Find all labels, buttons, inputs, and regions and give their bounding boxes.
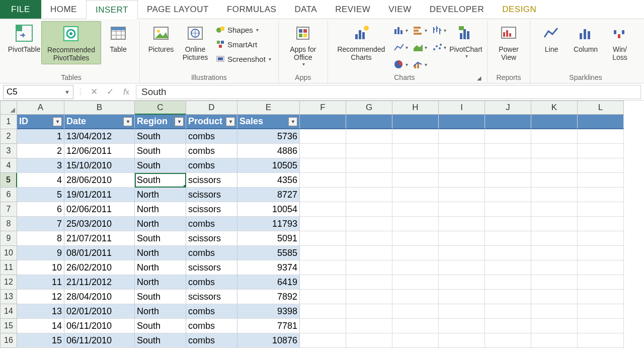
- cell-F2[interactable]: [300, 129, 346, 144]
- column-header-K[interactable]: K: [531, 101, 578, 115]
- cell-J11[interactable]: [485, 260, 531, 275]
- cell-K5[interactable]: [531, 173, 578, 188]
- cell-I2[interactable]: [439, 129, 485, 144]
- row-header[interactable]: 10: [0, 246, 17, 260]
- column-header-J[interactable]: J: [485, 101, 531, 115]
- cell-C4[interactable]: South: [135, 158, 186, 173]
- cell-C6[interactable]: North: [135, 188, 186, 202]
- cell-A8[interactable]: 7: [17, 217, 64, 231]
- cell-I12[interactable]: [439, 275, 485, 290]
- cell-J4[interactable]: [485, 158, 531, 173]
- row-header[interactable]: 11: [0, 260, 17, 275]
- cell-D16[interactable]: combs: [186, 333, 237, 348]
- accept-formula-button[interactable]: ✓: [104, 85, 117, 99]
- cell-D5[interactable]: scissors: [186, 173, 237, 188]
- cell-K8[interactable]: [531, 217, 578, 231]
- cell-E9[interactable]: 5091: [237, 231, 300, 246]
- cell-C1[interactable]: Region▾: [135, 115, 186, 129]
- shapes-button[interactable]: Shapes▾: [212, 23, 274, 36]
- select-all-corner[interactable]: [0, 101, 17, 115]
- cell-D7[interactable]: scissors: [186, 202, 237, 217]
- charts-dialog-launcher[interactable]: ◢: [477, 75, 483, 83]
- cell-E2[interactable]: 5736: [237, 129, 300, 144]
- cell-J14[interactable]: [485, 304, 531, 319]
- cell-H11[interactable]: [392, 260, 439, 275]
- cell-F14[interactable]: [300, 304, 346, 319]
- cell-F5[interactable]: [300, 173, 346, 188]
- cell-L14[interactable]: [578, 304, 624, 319]
- cell-G8[interactable]: [346, 217, 392, 231]
- cell-L16[interactable]: [578, 333, 624, 348]
- column-header-I[interactable]: I: [439, 101, 485, 115]
- cell-H3[interactable]: [392, 144, 439, 158]
- combo-chart-button[interactable]: ▾: [411, 56, 429, 72]
- cell-C5[interactable]: South: [135, 173, 186, 188]
- cell-D13[interactable]: scissors: [186, 290, 237, 304]
- cell-F9[interactable]: [300, 231, 346, 246]
- tab-review[interactable]: REVIEW: [326, 0, 379, 19]
- cell-A2[interactable]: 1: [17, 129, 64, 144]
- row-header[interactable]: 16: [0, 333, 17, 348]
- cell-F3[interactable]: [300, 144, 346, 158]
- pivottable-button[interactable]: PivotTable: [7, 21, 41, 55]
- cell-D15[interactable]: combs: [186, 319, 237, 333]
- line-chart-button[interactable]: ▾: [391, 39, 410, 55]
- column-header-F[interactable]: F: [300, 101, 346, 115]
- cell-C7[interactable]: North: [135, 202, 186, 217]
- cell-K9[interactable]: [531, 231, 578, 246]
- row-header[interactable]: 9: [0, 231, 17, 246]
- column-header-B[interactable]: B: [64, 101, 135, 115]
- cell-L6[interactable]: [578, 188, 624, 202]
- column-header-L[interactable]: L: [578, 101, 624, 115]
- online-pictures-button[interactable]: Online Pictures: [178, 21, 212, 63]
- row-header[interactable]: 14: [0, 304, 17, 319]
- cell-A10[interactable]: 9: [17, 246, 64, 260]
- cell-H6[interactable]: [392, 188, 439, 202]
- cell-B13[interactable]: 28/04/2010: [64, 290, 135, 304]
- cell-I11[interactable]: [439, 260, 485, 275]
- cell-E5[interactable]: 4356: [237, 173, 300, 188]
- cell-J2[interactable]: [485, 129, 531, 144]
- row-header[interactable]: 8: [0, 217, 17, 231]
- filter-dropdown-icon[interactable]: ▾: [175, 117, 184, 126]
- cell-B10[interactable]: 08/01/2011: [64, 246, 135, 260]
- cell-E4[interactable]: 10505: [237, 158, 300, 173]
- recommended-pivottables-button[interactable]: Recommended PivotTables: [41, 21, 101, 64]
- cell-C16[interactable]: South: [135, 333, 186, 348]
- cell-A11[interactable]: 10: [17, 260, 64, 275]
- cell-I4[interactable]: [439, 158, 485, 173]
- cell-L13[interactable]: [578, 290, 624, 304]
- cell-G6[interactable]: [346, 188, 392, 202]
- cell-D2[interactable]: combs: [186, 129, 237, 144]
- cell-K10[interactable]: [531, 246, 578, 260]
- cell-J15[interactable]: [485, 319, 531, 333]
- tab-data[interactable]: DATA: [285, 0, 326, 19]
- cell-D3[interactable]: combs: [186, 144, 237, 158]
- row-header[interactable]: 13: [0, 290, 17, 304]
- cell-J7[interactable]: [485, 202, 531, 217]
- cell-I7[interactable]: [439, 202, 485, 217]
- cell-E13[interactable]: 7892: [237, 290, 300, 304]
- cell-H7[interactable]: [392, 202, 439, 217]
- smartart-button[interactable]: SmartArt: [212, 38, 274, 51]
- cell-L3[interactable]: [578, 144, 624, 158]
- cell-J1[interactable]: [485, 115, 531, 129]
- cell-J6[interactable]: [485, 188, 531, 202]
- insert-function-button[interactable]: fx: [120, 85, 133, 99]
- cell-J10[interactable]: [485, 246, 531, 260]
- column-header-G[interactable]: G: [346, 101, 392, 115]
- cell-H16[interactable]: [392, 333, 439, 348]
- cell-F8[interactable]: [300, 217, 346, 231]
- cell-H10[interactable]: [392, 246, 439, 260]
- column-header-H[interactable]: H: [392, 101, 439, 115]
- bar-chart-button[interactable]: ▾: [411, 22, 429, 38]
- cell-A14[interactable]: 13: [17, 304, 64, 319]
- cell-E3[interactable]: 4886: [237, 144, 300, 158]
- cell-L5[interactable]: [578, 173, 624, 188]
- cell-B6[interactable]: 19/01/2011: [64, 188, 135, 202]
- cell-A4[interactable]: 3: [17, 158, 64, 173]
- cell-B8[interactable]: 25/03/2010: [64, 217, 135, 231]
- cell-I3[interactable]: [439, 144, 485, 158]
- cell-F12[interactable]: [300, 275, 346, 290]
- cell-E16[interactable]: 10876: [237, 333, 300, 348]
